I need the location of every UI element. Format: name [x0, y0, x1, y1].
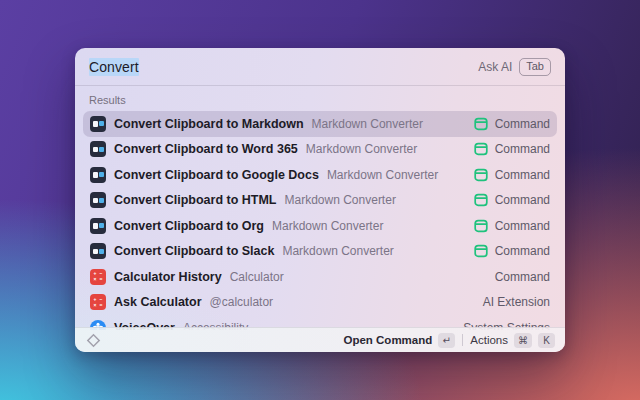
list-item-subtitle: Markdown Converter	[285, 193, 396, 207]
list-item[interactable]: Convert Clipboard to Google DocsMarkdown…	[83, 162, 557, 188]
list-item-type-label: Command	[495, 193, 550, 207]
list-item[interactable]: +−×=Calculator HistoryCalculatorCommand	[83, 264, 557, 290]
markdown-converter-icon	[90, 243, 106, 259]
list-item[interactable]: Convert Clipboard to SlackMarkdown Conve…	[83, 239, 557, 265]
raycast-logo-icon	[85, 332, 102, 349]
list-item-title: Convert Clipboard to Slack	[114, 244, 274, 258]
search-input[interactable]: Convert	[89, 59, 139, 75]
footer-bar: Open Command ↵ Actions ⌘ K	[75, 327, 565, 352]
launcher-window: Convert Ask AI Tab Results Convert Clipb…	[75, 48, 565, 352]
actions-label: Actions	[470, 334, 508, 346]
footer-separator	[462, 334, 463, 346]
list-item-type-label: Command	[495, 270, 550, 284]
list-item-title: Calculator History	[114, 270, 222, 284]
list-item-type-label: Command	[495, 142, 550, 156]
list-item-type-label: AI Extension	[483, 295, 550, 309]
markdown-converter-icon	[90, 218, 106, 234]
command-type-icon	[474, 219, 488, 233]
markdown-converter-icon	[90, 167, 106, 183]
ask-ai-hint[interactable]: Ask AI Tab	[478, 58, 551, 76]
list-item[interactable]: Convert Clipboard to MarkdownMarkdown Co…	[83, 111, 557, 137]
list-item-type-label: Command	[495, 168, 550, 182]
list-item-title: Convert Clipboard to Markdown	[114, 117, 304, 131]
calculator-icon: +−×=	[90, 269, 106, 285]
list-item-title: Ask Calculator	[114, 295, 202, 309]
list-item[interactable]: Convert Clipboard to OrgMarkdown Convert…	[83, 213, 557, 239]
list-item-subtitle: Markdown Converter	[312, 117, 423, 131]
actions-button[interactable]: Actions ⌘ K	[470, 333, 555, 348]
list-item[interactable]: +−×=Ask Calculator@calculatorAI Extensio…	[83, 290, 557, 316]
markdown-converter-icon	[90, 141, 106, 157]
command-type-icon	[474, 244, 488, 258]
open-command-button[interactable]: Open Command ↵	[343, 333, 455, 348]
command-type-icon	[474, 117, 488, 131]
list-item[interactable]: Convert Clipboard to Word 365Markdown Co…	[83, 137, 557, 163]
list-item-title: Convert Clipboard to Org	[114, 219, 264, 233]
results-list: Convert Clipboard to MarkdownMarkdown Co…	[75, 111, 565, 330]
ask-ai-label: Ask AI	[478, 60, 512, 74]
open-command-label: Open Command	[343, 334, 432, 346]
command-type-icon	[474, 168, 488, 182]
list-item-type-label: Command	[495, 219, 550, 233]
tab-key-chip: Tab	[519, 58, 551, 76]
list-item-subtitle: Markdown Converter	[282, 244, 393, 258]
command-type-icon	[474, 193, 488, 207]
cmd-key-chip: ⌘	[514, 333, 532, 348]
list-item-type-label: Command	[495, 117, 550, 131]
search-input-selected-text: Convert	[89, 58, 139, 76]
markdown-converter-icon	[90, 116, 106, 132]
list-item-title: Convert Clipboard to HTML	[114, 193, 277, 207]
calculator-icon: +−×=	[90, 294, 106, 310]
k-key-chip: K	[538, 333, 555, 348]
list-item-subtitle: Markdown Converter	[327, 168, 438, 182]
list-item-subtitle: Calculator	[230, 270, 284, 284]
command-type-icon	[474, 142, 488, 156]
list-item-title: Convert Clipboard to Google Docs	[114, 168, 319, 182]
list-item[interactable]: Convert Clipboard to HTMLMarkdown Conver…	[83, 188, 557, 214]
list-item-subtitle: Markdown Converter	[306, 142, 417, 156]
search-bar: Convert Ask AI Tab	[75, 48, 565, 85]
markdown-converter-icon	[90, 192, 106, 208]
list-item-subtitle: @calculator	[210, 295, 274, 309]
list-item-title: Convert Clipboard to Word 365	[114, 142, 298, 156]
results-section-header: Results	[75, 86, 565, 111]
list-item-subtitle: Markdown Converter	[272, 219, 383, 233]
enter-key-chip: ↵	[438, 333, 455, 348]
list-item-type-label: Command	[495, 244, 550, 258]
